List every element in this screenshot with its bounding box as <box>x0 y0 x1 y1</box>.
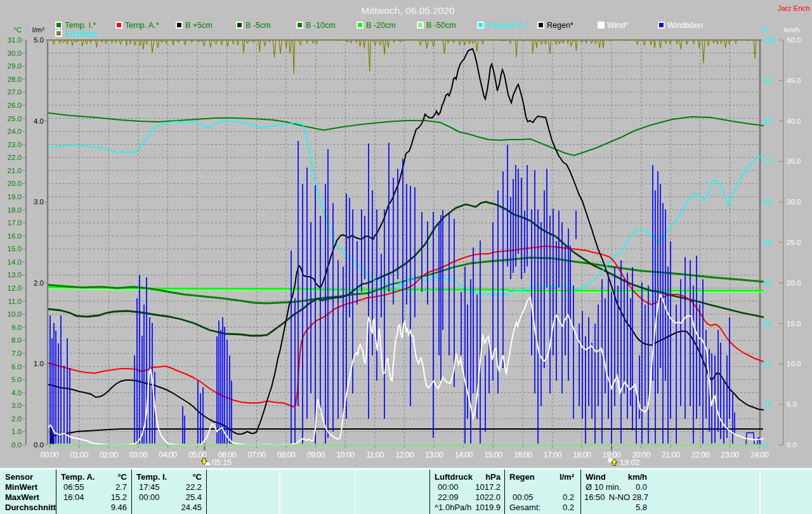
svg-text:15.2: 15.2 <box>111 492 127 502</box>
svg-text:00:00: 00:00 <box>41 451 59 459</box>
svg-text:03:00: 03:00 <box>129 451 148 459</box>
svg-text:0: 0 <box>763 441 767 449</box>
svg-text:°C: °C <box>192 472 202 482</box>
svg-text:Temp. A.: Temp. A. <box>61 472 95 482</box>
svg-text:50.0: 50.0 <box>787 36 801 44</box>
svg-text:45.0: 45.0 <box>787 77 801 84</box>
svg-text:15.0: 15.0 <box>8 245 22 253</box>
svg-text:14.0: 14.0 <box>8 258 22 266</box>
svg-text:1.0: 1.0 <box>34 360 44 367</box>
svg-text:10: 10 <box>763 400 771 408</box>
svg-text:km/h: km/h <box>628 472 647 482</box>
svg-text:35.0: 35.0 <box>787 157 801 165</box>
svg-text:24.0: 24.0 <box>8 128 22 135</box>
svg-text:^1.0hPa/h: ^1.0hPa/h <box>435 503 471 512</box>
svg-text:22.2: 22.2 <box>186 482 202 492</box>
svg-text:40: 40 <box>763 279 771 287</box>
svg-text:22:09: 22:09 <box>438 492 459 502</box>
svg-text:10:00: 10:00 <box>336 451 355 459</box>
svg-text:25.0: 25.0 <box>787 239 801 246</box>
svg-text:11.0: 11.0 <box>8 298 22 305</box>
svg-text:27.0: 27.0 <box>8 88 22 96</box>
svg-text:B -10cm: B -10cm <box>306 21 336 30</box>
svg-text:02:00: 02:00 <box>100 451 118 459</box>
svg-text:00:00: 00:00 <box>139 492 160 502</box>
svg-text:9.46: 9.46 <box>111 503 127 512</box>
svg-text:09:00: 09:00 <box>307 451 325 459</box>
svg-text:Temp. A.*: Temp. A.* <box>125 21 159 30</box>
svg-text:%: % <box>761 26 767 34</box>
svg-text:Sensor: Sensor <box>5 472 33 482</box>
svg-text:01:00: 01:00 <box>70 451 88 459</box>
svg-text:MaxWert: MaxWert <box>5 492 40 502</box>
svg-text:04:00: 04:00 <box>159 451 177 459</box>
svg-text:80: 80 <box>763 117 771 125</box>
svg-text:15.0: 15.0 <box>787 320 801 327</box>
svg-text:12.0: 12.0 <box>8 284 22 292</box>
svg-text:23:00: 23:00 <box>721 451 739 459</box>
svg-text:7.0: 7.0 <box>11 350 22 357</box>
svg-text:19.0: 19.0 <box>8 193 22 201</box>
svg-text:13.0: 13.0 <box>8 271 22 279</box>
svg-text:B -20cm: B -20cm <box>366 21 396 30</box>
svg-text:22.0: 22.0 <box>8 154 22 161</box>
svg-text:17:00: 17:00 <box>544 451 562 459</box>
svg-text:Regen: Regen <box>509 472 535 482</box>
svg-text:N-NO 28.7: N-NO 28.7 <box>609 492 648 502</box>
svg-text:B -50cm: B -50cm <box>426 21 456 30</box>
svg-text:5.8: 5.8 <box>636 503 647 512</box>
svg-text:0.0: 0.0 <box>787 441 797 449</box>
svg-text:07:00: 07:00 <box>247 451 266 459</box>
svg-text:5.0: 5.0 <box>11 376 22 383</box>
svg-text:100: 100 <box>763 36 775 44</box>
svg-text:km/h: km/h <box>784 26 800 34</box>
svg-text:Durchschnitt: Durchschnitt <box>5 503 56 512</box>
svg-text:23.0: 23.0 <box>8 141 22 148</box>
svg-text:31.0: 31.0 <box>8 36 22 44</box>
svg-text:l/m²: l/m² <box>32 26 44 34</box>
svg-text:30.0: 30.0 <box>8 49 22 57</box>
svg-text:00:00: 00:00 <box>438 482 459 492</box>
svg-text:5.0: 5.0 <box>34 36 44 44</box>
svg-text:Temp. I.: Temp. I. <box>136 472 167 482</box>
svg-text:0.0: 0.0 <box>11 441 22 449</box>
svg-text:08:00: 08:00 <box>277 451 296 459</box>
svg-text:B -5cm: B -5cm <box>246 21 271 30</box>
svg-text:°C: °C <box>13 26 22 34</box>
svg-text:20: 20 <box>763 360 771 367</box>
svg-text:Luftdruck: Luftdruck <box>435 472 473 482</box>
svg-text:24:00: 24:00 <box>750 451 769 459</box>
svg-text:9.0: 9.0 <box>11 324 22 331</box>
svg-text:Mittwoch, 06.05.2020: Mittwoch, 06.05.2020 <box>361 5 455 16</box>
svg-text:70: 70 <box>763 157 771 165</box>
svg-text:0.0: 0.0 <box>636 482 647 492</box>
svg-text:Wind: Wind <box>586 472 606 482</box>
svg-text:15:00: 15:00 <box>484 451 502 459</box>
svg-text:60: 60 <box>763 198 771 206</box>
svg-text:4.0: 4.0 <box>11 389 22 397</box>
svg-text:5.0: 5.0 <box>787 400 797 408</box>
svg-text:13:00: 13:00 <box>425 451 443 459</box>
svg-text:28.0: 28.0 <box>8 76 22 83</box>
svg-text:25.4: 25.4 <box>186 492 202 502</box>
svg-text:6.0: 6.0 <box>11 363 22 371</box>
svg-text:10.0: 10.0 <box>8 310 22 318</box>
svg-text:19:02: 19:02 <box>620 458 639 467</box>
svg-text:10.0: 10.0 <box>787 360 801 367</box>
svg-text:Windböen: Windböen <box>667 21 703 30</box>
svg-text:17.0: 17.0 <box>8 219 22 227</box>
svg-text:30.0: 30.0 <box>787 198 801 206</box>
svg-text:18.0: 18.0 <box>8 206 22 214</box>
svg-text:22:00: 22:00 <box>691 451 710 459</box>
svg-text:20.0: 20.0 <box>8 180 22 187</box>
svg-text:2.0: 2.0 <box>11 415 22 423</box>
svg-text:0.2: 0.2 <box>563 503 574 512</box>
svg-text:24.45: 24.45 <box>181 503 202 512</box>
svg-text:17:45: 17:45 <box>139 482 160 492</box>
svg-text:20.0: 20.0 <box>787 279 801 287</box>
svg-text:14:00: 14:00 <box>455 451 473 459</box>
svg-text:50: 50 <box>763 239 771 246</box>
svg-text:Temp. I.*: Temp. I.* <box>65 21 96 30</box>
svg-text:21:00: 21:00 <box>662 451 680 459</box>
svg-text:8.0: 8.0 <box>11 336 22 344</box>
